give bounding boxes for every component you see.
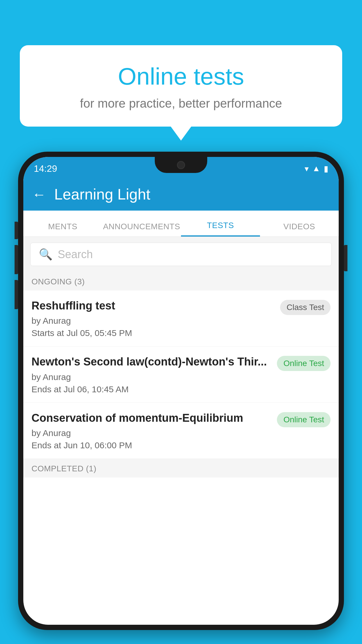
- completed-label: COMPLETED (1): [31, 464, 331, 473]
- back-button[interactable]: ←: [32, 186, 46, 202]
- test-badge-2: Online Test: [277, 356, 331, 371]
- test-item-2[interactable]: Newton's Second law(contd)-Newton's Thir…: [23, 346, 339, 402]
- status-time: 14:29: [34, 163, 57, 174]
- test-by-3: by Anurag: [31, 428, 271, 438]
- search-input[interactable]: Search: [58, 248, 93, 261]
- wifi-icon: ▾: [305, 164, 309, 174]
- phone-screen: 14:29 ▾ ▲ ▮ ← Learning Light MENTS ANNOU…: [23, 157, 339, 625]
- search-container: 🔍 Search: [23, 237, 339, 272]
- test-badge-3: Online Test: [277, 412, 331, 427]
- bubble-subtitle: for more practice, better performance: [34, 97, 328, 111]
- test-by-1: by Anurag: [31, 316, 274, 326]
- phone-outer: 14:29 ▾ ▲ ▮ ← Learning Light MENTS ANNOU…: [18, 152, 344, 630]
- tab-bar: MENTS ANNOUNCEMENTS TESTS VIDEOS: [23, 211, 339, 237]
- test-date-3: Ends at Jun 10, 06:00 PM: [31, 440, 271, 450]
- bubble-title: Online tests: [34, 63, 328, 90]
- phone-vol-up-button: [15, 245, 18, 274]
- tab-tests[interactable]: TESTS: [181, 221, 260, 237]
- search-icon: 🔍: [39, 248, 52, 261]
- test-name-2: Newton's Second law(contd)-Newton's Thir…: [31, 355, 271, 369]
- test-date-1: Starts at Jul 05, 05:45 PM: [31, 328, 274, 338]
- phone-mute-button: [15, 222, 18, 239]
- app-bar: ← Learning Light: [23, 178, 339, 211]
- test-name-3: Conservation of momentum-Equilibrium: [31, 411, 271, 425]
- tab-ments[interactable]: MENTS: [23, 222, 102, 237]
- phone-container: 14:29 ▾ ▲ ▮ ← Learning Light MENTS ANNOU…: [18, 152, 344, 644]
- test-item-3[interactable]: Conservation of momentum-Equilibrium by …: [23, 403, 339, 459]
- signal-icon: ▲: [312, 164, 320, 173]
- phone-notch: [155, 157, 207, 173]
- test-date-2: Ends at Jul 06, 10:45 AM: [31, 384, 271, 394]
- test-by-2: by Anurag: [31, 372, 271, 382]
- test-badge-1: Class Test: [280, 300, 331, 315]
- tab-videos[interactable]: VIDEOS: [260, 222, 339, 237]
- ongoing-section-label: ONGOING (3): [23, 272, 339, 290]
- status-icons: ▾ ▲ ▮: [305, 164, 328, 174]
- phone-vol-down-button: [15, 280, 18, 309]
- tab-announcements[interactable]: ANNOUNCEMENTS: [102, 222, 181, 237]
- test-info-1: Reshuffling test by Anurag Starts at Jul…: [31, 299, 280, 338]
- battery-icon: ▮: [324, 164, 328, 174]
- completed-section: COMPLETED (1): [23, 459, 339, 477]
- test-name-1: Reshuffling test: [31, 299, 274, 313]
- phone-camera: [177, 161, 185, 169]
- speech-bubble: Online tests for more practice, better p…: [20, 45, 342, 127]
- test-info-2: Newton's Second law(contd)-Newton's Thir…: [31, 355, 277, 394]
- phone-power-button: [344, 245, 347, 271]
- test-info-3: Conservation of momentum-Equilibrium by …: [31, 411, 277, 450]
- test-item-1[interactable]: Reshuffling test by Anurag Starts at Jul…: [23, 290, 339, 346]
- app-title: Learning Light: [54, 186, 150, 203]
- test-list: Reshuffling test by Anurag Starts at Jul…: [23, 290, 339, 459]
- search-bar[interactable]: 🔍 Search: [30, 243, 332, 266]
